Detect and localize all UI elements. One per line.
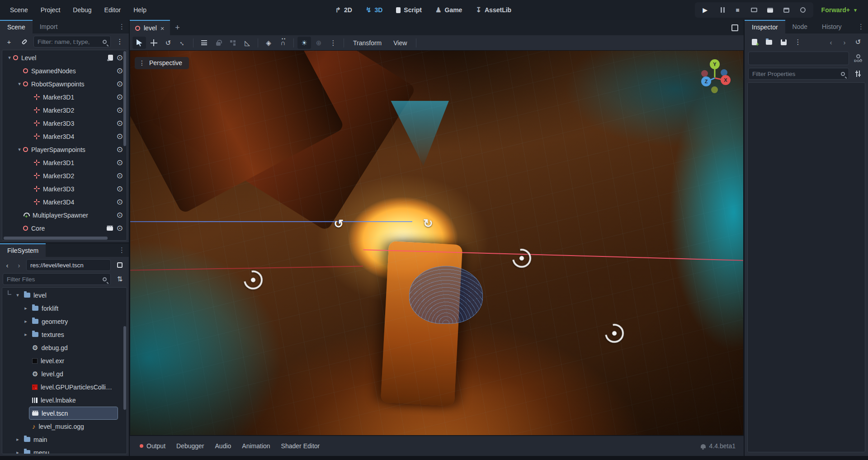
tree-row-core[interactable]: Core ⊙ <box>2 222 127 235</box>
fs-row-level-music[interactable]: ♪ level_music.ogg <box>2 420 127 433</box>
axis-y-ball[interactable]: Y <box>710 59 720 69</box>
history-forward-button[interactable]: › <box>838 36 851 48</box>
tree-row-robotspawnpoints[interactable]: ▾ RobotSpawnpoints ⊙ <box>2 77 127 90</box>
play-button[interactable]: ▶ <box>698 4 712 16</box>
filesystem-dock-menu-icon[interactable]: ⋮ <box>115 243 129 257</box>
snap-toggle-button[interactable]: ∩ <box>276 37 290 49</box>
visibility-eye-icon[interactable]: ⊙ <box>117 145 123 154</box>
scene-dock-menu-icon[interactable]: ⋮ <box>115 20 129 33</box>
preview-sun-button[interactable]: ☀ <box>297 37 311 49</box>
select-tool-button[interactable] <box>132 37 146 49</box>
fs-row-main[interactable]: ▸ main <box>2 433 127 446</box>
tree-row-marker3d2b[interactable]: Marker3D2 ⊙ <box>2 169 127 182</box>
tab-history[interactable]: History <box>815 20 849 33</box>
viewport-3d[interactable]: ↺ ↺ ⋮ Perspective Y X Z <box>130 50 744 436</box>
version-label[interactable]: 4.4.beta1 <box>709 442 736 450</box>
fs-row-debug-gd[interactable]: ⚙ debug.gd <box>2 341 127 354</box>
tree-row-spawnednodes[interactable]: SpawnedNodes ⊙ <box>2 64 127 77</box>
ruler-tool-button[interactable]: ◺ <box>241 37 254 49</box>
collapse-chevron-icon[interactable]: ▾ <box>14 292 21 298</box>
tab-audio[interactable]: Audio <box>210 439 237 453</box>
close-icon[interactable]: × <box>160 24 165 32</box>
workspace-assetlib-button[interactable]: ↧ AssetLib <box>471 3 516 17</box>
fs-row-geometry[interactable]: ▸ geometry <box>2 315 127 328</box>
tree-row-marker3d4[interactable]: Marker3D4 ⊙ <box>2 130 127 143</box>
new-resource-button[interactable] <box>748 36 761 48</box>
tree-row-marker3d3[interactable]: Marker3D3 ⊙ <box>2 117 127 130</box>
move-tool-button[interactable] <box>147 37 160 49</box>
fs-forward-button[interactable]: › <box>14 259 24 271</box>
fs-row-menu[interactable]: ▸ menu <box>2 446 127 454</box>
rotate-tool-button[interactable]: ↺ <box>161 37 175 49</box>
script-icon[interactable] <box>108 55 113 61</box>
visibility-eye-icon[interactable]: ⊙ <box>117 119 123 128</box>
visibility-eye-icon[interactable]: ⊙ <box>117 210 123 220</box>
fs-sort-button[interactable]: ⇅ <box>113 273 126 285</box>
add-node-button[interactable]: + <box>3 36 15 47</box>
spawn-marker-gizmo[interactable] <box>240 267 266 293</box>
fs-path-input[interactable] <box>30 262 107 269</box>
save-resource-button[interactable] <box>777 36 790 48</box>
axis-z-ball[interactable]: Z <box>701 76 711 86</box>
inspector-dock-menu-icon[interactable]: ⋮ <box>854 20 868 33</box>
tree-row-marker3d2[interactable]: Marker3D2 ⊙ <box>2 104 127 117</box>
expand-viewport-icon[interactable] <box>731 24 738 31</box>
collapse-chevron-icon[interactable]: ▾ <box>16 147 23 152</box>
axis-negy-ball[interactable] <box>711 86 718 93</box>
renderer-dropdown[interactable]: Forward+ ▾ <box>817 5 863 15</box>
tab-shader-editor[interactable]: Shader Editor <box>276 439 326 453</box>
visibility-eye-icon[interactable]: ⊙ <box>117 158 123 167</box>
axis-x-ball[interactable]: X <box>721 75 731 85</box>
sun-env-menu-icon[interactable]: ⋮ <box>326 37 340 49</box>
expand-chevron-icon[interactable]: ▸ <box>14 436 21 442</box>
load-resource-button[interactable] <box>763 36 775 48</box>
scale-tool-button[interactable]: ↔ <box>176 37 189 49</box>
tree-row-multiplayerspawner[interactable]: MultiplayerSpawner ⊙ <box>2 209 127 222</box>
workspace-2d-button[interactable]: ↱ 2D <box>330 3 356 17</box>
collapse-chevron-icon[interactable]: ▾ <box>16 81 23 87</box>
tree-row-playerspawnpoints[interactable]: ▾ PlayerSpawnpoints ⊙ <box>2 143 127 156</box>
expand-chevron-icon[interactable]: ▸ <box>14 450 21 454</box>
fs-row-lmbake[interactable]: level.lmbake <box>2 394 127 407</box>
tree-row-marker3d3b[interactable]: Marker3D3 ⊙ <box>2 182 127 195</box>
spawn-marker-gizmo[interactable] <box>509 245 535 271</box>
collapse-chevron-icon[interactable]: ▾ <box>6 55 13 61</box>
axis-negx-ball[interactable] <box>701 70 708 77</box>
perspective-button[interactable]: ⋮ Perspective <box>135 57 189 69</box>
fs-back-button[interactable]: ‹ <box>3 259 12 271</box>
tree-row-marker3d1b[interactable]: Marker3D1 ⊙ <box>2 156 127 169</box>
visibility-eye-icon[interactable]: ⊙ <box>117 105 123 115</box>
rotate-gizmo-icon[interactable]: ↺ <box>334 217 344 231</box>
menu-help[interactable]: Help <box>128 4 152 16</box>
use-local-space-button[interactable]: ◈ <box>262 37 275 49</box>
fs-filter-input[interactable] <box>7 276 100 283</box>
movie-maker-button[interactable] <box>796 4 810 16</box>
scene-tree-horizontal-scrollbar[interactable] <box>4 237 108 240</box>
remote-debug-button[interactable] <box>747 4 761 16</box>
menu-project[interactable]: Project <box>35 4 66 16</box>
workspace-game-button[interactable]: ♟ Game <box>431 3 467 17</box>
expand-chevron-icon[interactable]: ▸ <box>22 332 29 337</box>
tab-filesystem[interactable]: FileSystem <box>0 243 46 257</box>
preview-environment-button[interactable]: ⊕ <box>312 37 326 49</box>
visibility-eye-icon[interactable]: ⊙ <box>117 223 123 233</box>
view-menu[interactable]: View <box>388 37 412 49</box>
open-docs-button[interactable]: DOC <box>852 54 864 63</box>
fs-row-gpuparticles[interactable]: level.GPUParticlesCollisio... <box>2 380 127 394</box>
tab-output[interactable]: Output <box>134 439 171 453</box>
visibility-eye-icon[interactable]: ⊙ <box>117 79 123 89</box>
rotate-gizmo-icon[interactable]: ↺ <box>423 217 433 231</box>
tab-import[interactable]: Import <box>33 20 65 33</box>
history-back-button[interactable]: ‹ <box>825 36 837 48</box>
lock-selected-button[interactable] <box>212 37 225 49</box>
tab-debugger[interactable]: Debugger <box>171 439 210 453</box>
expand-chevron-icon[interactable]: ▸ <box>22 318 29 324</box>
expand-chevron-icon[interactable]: ▸ <box>22 305 29 311</box>
tree-row-marker3d4b[interactable]: Marker3D4 ⊙ <box>2 195 127 209</box>
tree-row-level[interactable]: ▾ Level ⊙ <box>2 51 127 64</box>
spawn-marker-gizmo[interactable] <box>601 320 627 346</box>
group-selected-button[interactable] <box>226 37 240 49</box>
menu-debug[interactable]: Debug <box>67 4 97 16</box>
tab-scene[interactable]: Scene <box>0 20 33 33</box>
tab-inspector[interactable]: Inspector <box>745 20 785 33</box>
